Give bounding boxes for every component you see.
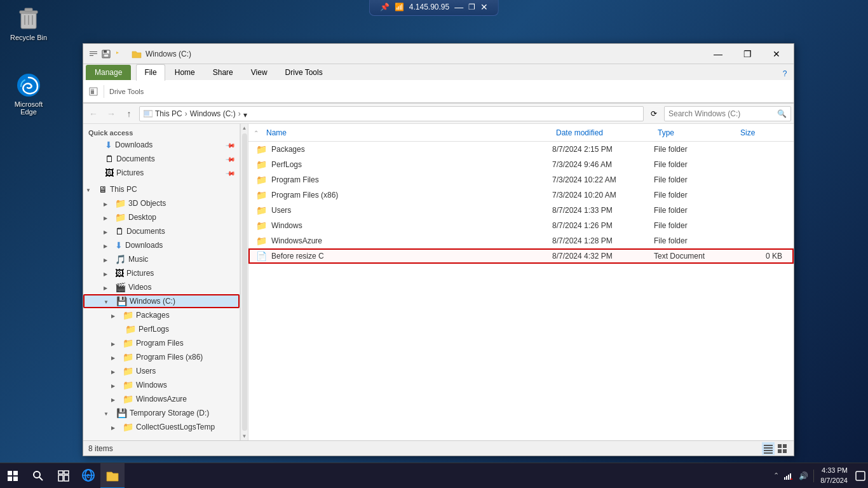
file-list-container: ⌃ Name Date modified Type Size xyxy=(248,124,794,440)
tray-network-icon[interactable] xyxy=(782,470,794,482)
recycle-bin-icon[interactable]: Recycle Bin xyxy=(3,3,54,44)
file-row-packages[interactable]: 📁 Packages 8/7/2024 2:15 PM File folder xyxy=(248,142,794,157)
conn-restore-btn[interactable]: ❐ xyxy=(468,3,475,11)
notification-center-btn[interactable] xyxy=(853,463,868,489)
nav-this-pc[interactable]: 🖥 This PC xyxy=(83,182,240,196)
col-date-header[interactable]: Date modified xyxy=(553,128,655,137)
tray-volume-icon[interactable]: 🔊 xyxy=(797,470,810,482)
nav-downloads[interactable]: ⬇ Downloads xyxy=(83,238,240,252)
nav-scroll-up[interactable]: ▲ xyxy=(241,124,248,132)
taskbar-file-explorer[interactable] xyxy=(100,463,125,489)
file-row-users[interactable]: 📁 Users 8/7/2024 1:33 PM File folder xyxy=(248,203,794,218)
nav-quick-downloads[interactable]: ⬇ Downloads 📌 xyxy=(83,138,240,152)
file-name-packages: Packages xyxy=(271,145,552,154)
svg-line-25 xyxy=(39,477,43,480)
nav-program-files-x86[interactable]: 📁 Program Files (x86) xyxy=(83,350,240,364)
videos-icon: 🎬 xyxy=(115,282,126,292)
pin-icon: 📌 xyxy=(380,3,390,11)
conn-close-btn[interactable]: ✕ xyxy=(480,2,488,12)
col-size-header[interactable]: Size xyxy=(738,128,789,137)
taskbar-search-btn[interactable] xyxy=(25,463,51,489)
taskbar-ie[interactable]: e xyxy=(76,463,100,489)
path-dropdown-btn[interactable]: ▾ xyxy=(243,111,250,117)
nav-scrollbar[interactable]: ▲ ▼ xyxy=(240,124,248,440)
file-date-pf: 7/3/2024 10:22 AM xyxy=(552,175,654,184)
ribbon: Manage File Home Share View Drive Tools … xyxy=(83,64,794,104)
tab-drive-tools[interactable]: Drive Tools xyxy=(277,64,331,80)
taskbar-clock[interactable]: 4:33 PM 8/7/2024 xyxy=(820,466,853,485)
nav-windows-azure[interactable]: 📁 WindowsAzure xyxy=(83,392,240,406)
col-type-header[interactable]: Type xyxy=(655,128,738,137)
nav-scroll-thumb[interactable] xyxy=(242,133,247,431)
conn-minimize-btn[interactable]: — xyxy=(454,2,463,12)
manage-tab[interactable]: Manage xyxy=(86,65,131,80)
nav-program-files[interactable]: 📁 Program Files xyxy=(83,336,240,350)
svg-rect-39 xyxy=(856,471,865,480)
up-btn[interactable]: ↑ xyxy=(121,106,137,121)
refresh-btn[interactable]: ⟳ xyxy=(646,106,661,121)
minimize-btn[interactable]: — xyxy=(703,44,733,64)
start-button[interactable] xyxy=(0,463,25,489)
nav-windows-folder[interactable]: 📁 Windows xyxy=(83,378,240,392)
nav-d-drive[interactable]: 💾 Temporary Storage (D:) xyxy=(83,406,240,420)
svg-rect-18 xyxy=(778,449,782,453)
search-box[interactable]: 🔍 xyxy=(664,106,791,121)
path-thispc[interactable]: This PC xyxy=(155,109,182,118)
nav-pictures[interactable]: 🖼 Pictures xyxy=(83,266,240,280)
file-name-before-resize: Before resize C xyxy=(271,252,552,261)
close-btn[interactable]: ✕ xyxy=(762,44,791,64)
file-row-pfx86[interactable]: 📁 Program Files (x86) 7/3/2024 10:20 AM … xyxy=(248,187,794,203)
ribbon-help-btn[interactable]: ? xyxy=(778,67,791,80)
file-row-perflogs[interactable]: 📁 PerfLogs 7/3/2024 9:46 AM File folder xyxy=(248,157,794,172)
desktop-folder-icon: 📁 xyxy=(115,212,126,222)
view-details-btn[interactable] xyxy=(762,442,775,455)
back-btn[interactable]: ← xyxy=(86,106,101,121)
nav-users[interactable]: 📁 Users xyxy=(83,364,240,378)
tray-arrow[interactable]: ⌃ xyxy=(773,471,779,480)
nav-quick-pictures[interactable]: 🖼 Pictures 📌 xyxy=(83,166,240,180)
path-drive[interactable]: Windows (C:) xyxy=(190,109,236,118)
nav-quick-documents[interactable]: 🗒 Documents 📌 xyxy=(83,152,240,166)
nav-windows-c[interactable]: 💾 Windows (C:) xyxy=(83,294,240,308)
view-large-icons-btn[interactable] xyxy=(776,442,789,455)
col-name-header[interactable]: Name xyxy=(264,128,553,137)
forward-btn[interactable]: → xyxy=(104,106,119,121)
file-name-perflogs: PerfLogs xyxy=(271,160,552,169)
nav-videos[interactable]: 🎬 Videos xyxy=(83,280,240,294)
file-row-windows[interactable]: 📁 Windows 8/7/2024 1:26 PM File folder xyxy=(248,218,794,233)
ribbon-tabs: Manage File Home Share View Drive Tools … xyxy=(83,64,794,80)
file-row-programfiles[interactable]: 📁 Program Files 7/3/2024 10:22 AM File f… xyxy=(248,172,794,187)
file-name-winazure: WindowsAzure xyxy=(271,236,552,245)
nav-collect-logs[interactable]: 📁 CollectGuestLogsTemp xyxy=(83,420,240,434)
nav-desktop[interactable]: 📁 Desktop xyxy=(83,210,240,224)
search-input[interactable] xyxy=(668,109,775,118)
svg-rect-9 xyxy=(104,54,109,57)
status-item-count: 8 items xyxy=(88,444,762,453)
task-view-btn[interactable] xyxy=(51,463,76,489)
file-type-windows: File folder xyxy=(654,221,736,230)
nav-3d-objects[interactable]: 📁 3D Objects xyxy=(83,196,240,210)
file-type-pf: File folder xyxy=(654,175,736,184)
expand-c-drive xyxy=(104,297,109,306)
expand-users xyxy=(111,367,115,376)
nav-packages[interactable]: 📁 Packages xyxy=(83,308,240,322)
nav-documents[interactable]: 🗒 Documents xyxy=(83,224,240,238)
nav-scroll-down[interactable]: ▼ xyxy=(241,432,248,440)
search-icon: 🔍 xyxy=(777,109,787,118)
ribbon-info xyxy=(88,86,98,97)
taskbar-apps: e xyxy=(76,463,773,489)
address-path[interactable]: This PC › Windows (C:) › ▾ xyxy=(139,106,644,121)
nav-pane-container: Quick access ⬇ Downloads 📌 🗒 Documents 📌 xyxy=(83,124,248,440)
tab-view[interactable]: View xyxy=(243,64,276,80)
taskbar-tray: ⌃ 🔊 xyxy=(773,470,820,482)
tab-share[interactable]: Share xyxy=(205,64,241,80)
maximize-btn[interactable]: ❐ xyxy=(733,44,762,64)
file-row-before-resize[interactable]: 📄 Before resize C 8/7/2024 4:32 PM Text … xyxy=(248,248,794,264)
file-row-windowsazure[interactable]: 📁 WindowsAzure 8/7/2024 1:28 PM File fol… xyxy=(248,233,794,248)
tab-home[interactable]: Home xyxy=(166,64,203,80)
edge-icon[interactable]: Microsoft Edge xyxy=(3,70,54,118)
nav-perflogs[interactable]: 📁 PerfLogs xyxy=(83,322,240,336)
tab-file[interactable]: File xyxy=(136,64,165,81)
nav-music[interactable]: 🎵 Music xyxy=(83,252,240,266)
folder-icon-pf: 📁 xyxy=(255,173,268,186)
